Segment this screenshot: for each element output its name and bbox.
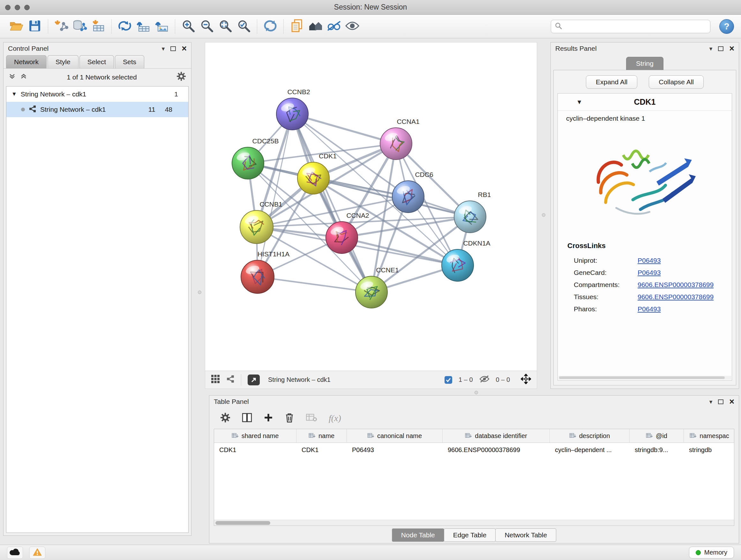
network-node-ccnb1[interactable]	[240, 210, 273, 244]
network-node-cdc6[interactable]	[392, 181, 424, 212]
network-canvas[interactable]: CCNB2CCNA1CDC25BCDK1CDC6RB1CCNB1CCNA2CDK…	[205, 43, 537, 371]
network-node-ccne1[interactable]	[355, 276, 387, 308]
tab-network[interactable]: Network	[6, 55, 47, 68]
selected-checkbox-icon[interactable]	[445, 376, 452, 384]
network-share-icon[interactable]	[226, 375, 234, 384]
grid-view-icon[interactable]	[211, 374, 220, 385]
network-collection-row[interactable]: ▼ String Network – cdk1 1	[6, 86, 188, 102]
search-field[interactable]	[551, 20, 711, 33]
network-node-rb1[interactable]	[454, 201, 486, 233]
network-edge[interactable]	[258, 277, 372, 292]
panel-menu-caret-icon[interactable]: ▾	[710, 399, 713, 405]
hidden-eye-slash-icon[interactable]	[479, 375, 489, 384]
panel-float-icon[interactable]	[718, 399, 724, 404]
tab-network-table[interactable]: Network Table	[495, 528, 556, 542]
crosslink-genecard-link[interactable]: P06493	[637, 269, 661, 276]
export-table-button[interactable]	[134, 17, 152, 36]
expand-all-button[interactable]: Expand All	[586, 75, 637, 89]
expand-all-icon[interactable]	[20, 73, 27, 81]
column-header-shared-name[interactable]: shared name	[214, 429, 296, 442]
panel-close-icon[interactable]: ×	[729, 44, 734, 53]
column-header-name[interactable]: name	[296, 429, 347, 442]
column-header-namespac[interactable]: namespac	[684, 429, 734, 442]
show-hide-button[interactable]	[343, 17, 361, 36]
detach-view-button[interactable]	[248, 374, 260, 385]
memory-button[interactable]: Memory	[689, 547, 734, 558]
export-network-button[interactable]	[116, 17, 134, 36]
zoom-out-icon	[200, 19, 213, 34]
panel-close-icon[interactable]: ×	[182, 44, 187, 53]
network-edge[interactable]	[292, 114, 372, 292]
table-panel-tabs: Node TableEdge TableNetwork Table	[209, 526, 739, 543]
window-close-button[interactable]	[5, 5, 10, 10]
tab-sets[interactable]: Sets	[115, 55, 144, 68]
open-session-button[interactable]	[7, 17, 25, 36]
network-row[interactable]: String Network – cdk1 11 48	[6, 102, 188, 117]
splitter-handle[interactable]	[198, 291, 201, 294]
column-header-description[interactable]: description	[550, 429, 630, 442]
tab-select[interactable]: Select	[79, 55, 114, 68]
crosslink-compartments-link[interactable]: 9606.ENSP00000378699	[637, 281, 714, 289]
panel-close-icon[interactable]: ×	[729, 397, 734, 406]
panel-float-icon[interactable]	[718, 46, 724, 51]
table-row[interactable]: CDK1CDK1P064939606.ENSP00000378699cyclin…	[214, 443, 734, 457]
pan-crosshair-icon[interactable]	[521, 374, 531, 386]
save-session-button[interactable]	[25, 17, 44, 36]
network-node-hist1h1a[interactable]	[241, 260, 274, 294]
tree-expand-caret-icon[interactable]: ▼	[11, 91, 17, 98]
tab-edge-table[interactable]: Edge Table	[444, 528, 496, 542]
splitter-handle[interactable]	[475, 391, 478, 394]
collapse-all-button[interactable]: Collapse All	[649, 75, 704, 89]
zoom-selected-button[interactable]	[234, 17, 253, 36]
crosslink-pharos-link[interactable]: P06493	[637, 305, 661, 313]
collapse-caret-icon[interactable]: ▼	[576, 99, 583, 106]
delete-column-trash-icon[interactable]	[285, 412, 294, 424]
import-network-database-button[interactable]	[71, 17, 89, 36]
apply-layout-button[interactable]	[261, 17, 280, 36]
protein-card-header[interactable]: ▼ CDK1	[558, 94, 732, 111]
panel-float-icon[interactable]	[171, 46, 176, 51]
network-node-ccna1[interactable]	[380, 128, 412, 160]
column-header-id[interactable]: @id	[630, 429, 684, 442]
gear-icon[interactable]	[177, 71, 186, 83]
crosslink-row: Compartments:9606.ENSP00000378699	[567, 279, 722, 291]
zoom-in-button[interactable]	[179, 17, 198, 36]
import-table-button[interactable]	[89, 17, 108, 36]
tab-string[interactable]: String	[626, 57, 664, 70]
select-columns-icon[interactable]	[242, 413, 252, 424]
crosslink-tissues-link[interactable]: 9606.ENSP00000378699	[637, 293, 714, 301]
tab-style[interactable]: Style	[48, 55, 78, 68]
panel-menu-caret-icon[interactable]: ▾	[162, 46, 165, 52]
tab-node-table[interactable]: Node Table	[392, 528, 444, 542]
cloud-button[interactable]	[7, 547, 23, 559]
window-minimize-button[interactable]	[15, 5, 20, 10]
graphics-details-button[interactable]	[325, 17, 343, 36]
import-network-file-button[interactable]	[52, 17, 71, 36]
scrollbar-thumb[interactable]	[215, 521, 270, 525]
add-column-plus-icon[interactable]	[264, 413, 273, 424]
network-node-ccnb2[interactable]	[276, 98, 308, 130]
network-node-ccna2[interactable]	[326, 222, 358, 253]
help-button[interactable]: ?	[719, 19, 734, 34]
panel-menu-caret-icon[interactable]: ▾	[710, 46, 713, 52]
network-node-cdkn1a[interactable]	[442, 249, 474, 281]
table-settings-gear-icon[interactable]	[220, 413, 230, 424]
network-node-cdk1[interactable]	[297, 162, 329, 194]
copy-document-button[interactable]	[287, 17, 306, 36]
results-horizontal-scrollbar[interactable]	[558, 376, 731, 380]
warnings-button[interactable]	[29, 547, 45, 559]
network-node-cdc25b[interactable]	[232, 147, 264, 179]
home-button[interactable]	[306, 17, 325, 36]
search-input[interactable]	[564, 23, 706, 30]
export-image-button[interactable]	[152, 17, 171, 36]
node-label: CCNE1	[376, 266, 399, 273]
column-header-database-identifier[interactable]: database identifier	[443, 429, 550, 442]
column-header-canonical-name[interactable]: canonical name	[347, 429, 443, 442]
window-zoom-button[interactable]	[24, 5, 30, 10]
table-horizontal-scrollbar[interactable]	[214, 520, 734, 525]
crosslink-uniprot-link[interactable]: P06493	[637, 257, 661, 264]
splitter-handle[interactable]	[542, 213, 545, 217]
zoom-fit-button[interactable]	[216, 17, 234, 36]
zoom-out-button[interactable]	[198, 17, 216, 36]
collapse-all-icon[interactable]	[9, 73, 16, 81]
